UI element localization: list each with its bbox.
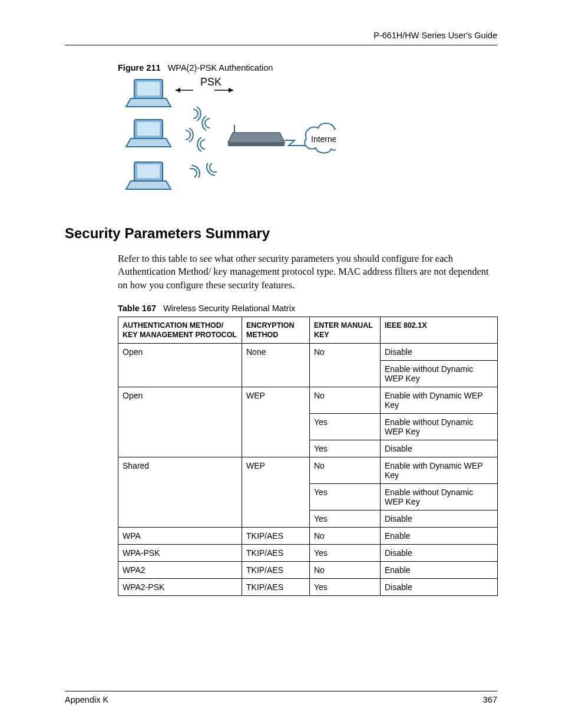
cell-auth: WPA2 bbox=[118, 562, 242, 579]
cell-manual: No bbox=[310, 528, 381, 545]
wifi-icon bbox=[193, 107, 201, 121]
cell-manual: Yes bbox=[310, 414, 381, 440]
cell-ieee: Disable bbox=[381, 510, 498, 528]
cell-manual: Yes bbox=[310, 484, 381, 510]
laptop-icon bbox=[126, 162, 171, 189]
cloud-icon: Internet bbox=[305, 123, 336, 153]
cell-auth: WPA bbox=[118, 528, 242, 545]
table-row: OpenNoneNoDisable bbox=[118, 344, 498, 361]
footer: Appendix K 367 bbox=[65, 691, 497, 704]
cell-ieee: Enable without Dynamic WEP Key bbox=[381, 484, 498, 510]
cell-auth: Open bbox=[118, 344, 242, 387]
laptop-icon bbox=[126, 80, 171, 107]
cell-ieee: Disable bbox=[381, 545, 498, 562]
header-rule bbox=[65, 45, 497, 45]
cell-ieee: Enable bbox=[381, 562, 498, 579]
wifi-icon bbox=[204, 162, 218, 177]
cell-ieee: Enable without Dynamic WEP Key bbox=[381, 361, 498, 387]
section-heading: Security Parameters Summary bbox=[65, 225, 497, 242]
cell-manual: Yes bbox=[310, 510, 381, 528]
cell-enc: TKIP/AES bbox=[242, 562, 310, 579]
footer-right: 367 bbox=[483, 695, 497, 704]
col-enc: ENCRYPTION METHOD bbox=[242, 317, 310, 344]
table-row: SharedWEPNoEnable with Dynamic WEP Key bbox=[118, 457, 498, 484]
psk-label: PSK bbox=[200, 76, 222, 88]
table-row: WPATKIP/AESNoEnable bbox=[118, 528, 498, 545]
cell-manual: Yes bbox=[310, 579, 381, 596]
security-matrix-table: AUTHENTICATION METHOD/ KEY MANAGEMENT PR… bbox=[118, 317, 498, 597]
table-label-number: Table 167 bbox=[118, 304, 156, 313]
cell-ieee: Enable bbox=[381, 528, 498, 545]
figure-label-number: Figure 211 bbox=[118, 63, 161, 73]
cell-enc: TKIP/AES bbox=[242, 528, 310, 545]
doc-title: P-661H/HW Series User's Guide bbox=[65, 31, 497, 45]
footer-left: Appendix K bbox=[65, 695, 108, 704]
figure-diagram: PSK bbox=[118, 75, 336, 202]
cell-ieee: Enable with Dynamic WEP Key bbox=[381, 457, 498, 484]
col-auth: AUTHENTICATION METHOD/ KEY MANAGEMENT PR… bbox=[118, 317, 242, 344]
figure-caption: Figure 211 WPA(2)-PSK Authentication bbox=[118, 63, 497, 73]
cell-manual: No bbox=[310, 387, 381, 414]
table-label-title: Wireless Security Relational Matrix bbox=[163, 304, 295, 313]
col-ieee: IEEE 802.1X bbox=[381, 317, 498, 344]
cell-enc: None bbox=[242, 344, 310, 387]
cell-ieee: Enable with Dynamic WEP Key bbox=[381, 387, 498, 414]
cell-ieee: Disable bbox=[381, 579, 498, 596]
cell-manual: Yes bbox=[310, 440, 381, 457]
svg-marker-3 bbox=[229, 88, 233, 93]
cell-ieee: Disable bbox=[381, 440, 498, 457]
cell-manual: Yes bbox=[310, 545, 381, 562]
cell-manual: No bbox=[310, 562, 381, 579]
footer-rule bbox=[65, 691, 497, 691]
svg-rect-6 bbox=[228, 143, 285, 146]
figure-block: Figure 211 WPA(2)-PSK Authentication PSK bbox=[118, 63, 497, 202]
cell-auth: Shared bbox=[118, 457, 242, 528]
cell-auth: WPA-PSK bbox=[118, 545, 242, 562]
wifi-icon bbox=[186, 128, 193, 142]
cell-enc: TKIP/AES bbox=[242, 545, 310, 562]
wifi-icon bbox=[197, 137, 205, 151]
cell-enc: TKIP/AES bbox=[242, 579, 310, 596]
cell-manual: No bbox=[310, 344, 381, 387]
cell-auth: WPA2-PSK bbox=[118, 579, 242, 596]
internet-label: Internet bbox=[311, 134, 336, 144]
col-manual: ENTER MANUAL KEY bbox=[310, 317, 381, 344]
wifi-icon bbox=[202, 116, 210, 130]
cell-ieee: Enable without Dynamic WEP Key bbox=[381, 414, 498, 440]
cell-enc: WEP bbox=[242, 387, 310, 457]
cell-auth: Open bbox=[118, 387, 242, 457]
figure-label-title: WPA(2)-PSK Authentication bbox=[168, 63, 273, 73]
link-line bbox=[285, 140, 305, 146]
cell-ieee: Disable bbox=[381, 344, 498, 361]
table-row: WPA2TKIP/AESNoEnable bbox=[118, 562, 498, 579]
laptop-icon bbox=[126, 120, 171, 147]
wifi-icon bbox=[189, 163, 202, 179]
table-row: WPA-PSKTKIP/AESYesDisable bbox=[118, 545, 498, 562]
cell-manual: No bbox=[310, 457, 381, 484]
router-icon bbox=[228, 125, 285, 146]
table-row: WPA2-PSKTKIP/AESYesDisable bbox=[118, 579, 498, 596]
table-row: OpenWEPNoEnable with Dynamic WEP Key bbox=[118, 387, 498, 414]
cell-enc: WEP bbox=[242, 457, 310, 528]
table-caption: Table 167 Wireless Security Relational M… bbox=[118, 304, 497, 313]
section-paragraph: Refer to this table to see what other se… bbox=[118, 252, 495, 292]
table-header-row: AUTHENTICATION METHOD/ KEY MANAGEMENT PR… bbox=[118, 317, 498, 344]
svg-marker-1 bbox=[176, 88, 180, 93]
page: P-661H/HW Series User's Guide Figure 211… bbox=[0, 0, 562, 728]
